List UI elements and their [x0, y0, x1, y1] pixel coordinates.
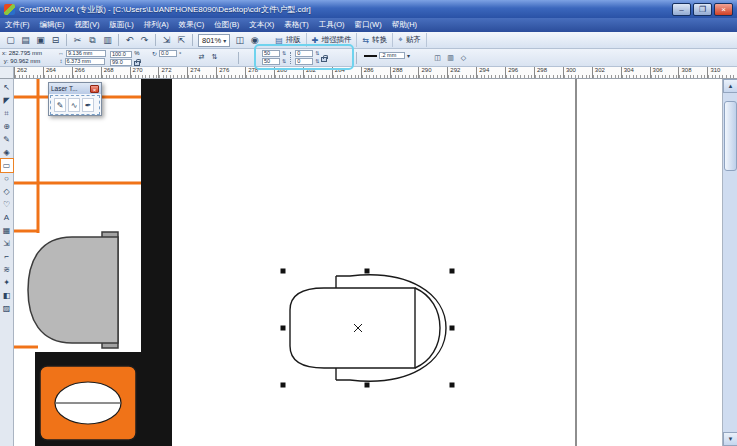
- import-icon[interactable]: ⇲: [159, 33, 174, 47]
- menu-text[interactable]: 文本(X): [244, 18, 279, 32]
- y-position-value: 90.962 mm: [10, 58, 40, 65]
- history-icon-group: ↶↷: [122, 33, 152, 47]
- freehand-pen-icon[interactable]: ✎: [54, 98, 66, 112]
- flyout-title: Laser T...: [51, 85, 90, 92]
- corner-radius-topright-field[interactable]: 0: [295, 50, 313, 57]
- menu-table[interactable]: 表格(T): [279, 18, 314, 32]
- ruler-mark: 290: [418, 67, 447, 78]
- menu-edit[interactable]: 编辑(E): [35, 18, 70, 32]
- outline-width-select[interactable]: .2 mm: [379, 52, 405, 59]
- outline-tool[interactable]: ◧: [1, 289, 13, 302]
- text-tool[interactable]: A: [1, 211, 13, 224]
- vertical-scrollbar[interactable]: ▲ ▼: [722, 79, 737, 446]
- print-icon[interactable]: ⊟: [48, 33, 63, 47]
- paste-icon[interactable]: ▥: [100, 33, 115, 47]
- menu-file[interactable]: 文件(F): [0, 18, 35, 32]
- horizontal-ruler[interactable]: 2622642662682702722742762782802822842862…: [14, 67, 737, 79]
- scroll-down-icon[interactable]: ▼: [723, 432, 737, 446]
- object-width-field[interactable]: 9.136 mm: [66, 50, 106, 57]
- redo-icon[interactable]: ↷: [137, 33, 152, 47]
- scale-v-field[interactable]: 99.0: [110, 59, 132, 66]
- spinner-icon[interactable]: ⇅: [282, 50, 286, 57]
- mirror-vertical-button[interactable]: ⇅: [209, 50, 220, 62]
- convert-to-curves-icon[interactable]: ◇: [458, 51, 469, 63]
- app-launcher-icon[interactable]: ◫: [232, 33, 247, 47]
- scroll-up-icon[interactable]: ▲: [723, 79, 737, 93]
- zoom-level-combo[interactable]: 801% ▾: [198, 34, 230, 47]
- polygon-tool[interactable]: ◇: [1, 185, 13, 198]
- minimize-button[interactable]: –: [672, 3, 691, 16]
- scrollbar-thumb[interactable]: [724, 101, 737, 171]
- width-icon: ↔: [58, 50, 64, 57]
- spinner-icon[interactable]: ⇅: [315, 50, 319, 57]
- mirror-horizontal-button[interactable]: ⇄: [196, 50, 207, 62]
- rotation-angle-field[interactable]: 0.0: [159, 50, 177, 57]
- crop-tool[interactable]: ⌗: [1, 107, 13, 120]
- docker-button-icon: ⌖: [398, 35, 403, 45]
- blend-tool[interactable]: ≋: [1, 263, 13, 276]
- ellipse-tool[interactable]: ○: [1, 172, 13, 185]
- spinner-icon[interactable]: ⇅: [282, 58, 286, 65]
- mirror-buttons: ⇄ ⇅: [196, 50, 220, 62]
- corner-radius-bottomleft-field[interactable]: 50: [262, 58, 280, 65]
- scale-h-field[interactable]: 100.0: [110, 51, 132, 58]
- artistic-media-icon[interactable]: ✒: [82, 98, 94, 112]
- floorplan-stove-symbol[interactable]: [40, 366, 136, 440]
- menu-effects[interactable]: 效果(C): [174, 18, 209, 32]
- spinner-icon[interactable]: ⇅: [315, 58, 319, 65]
- flyout-close-icon[interactable]: ×: [90, 85, 99, 93]
- cut-icon[interactable]: ✂: [70, 33, 85, 47]
- convert-docker-button[interactable]: ⇆ 转换: [357, 33, 393, 47]
- open-icon[interactable]: ▤: [18, 33, 33, 47]
- basic-shapes-tool[interactable]: ♡: [1, 198, 13, 211]
- freehand-tool[interactable]: ✎: [1, 133, 13, 146]
- bezier-pen-icon[interactable]: ∿: [68, 98, 80, 112]
- ruler-mark: 266: [72, 67, 101, 78]
- height-icon: ↕: [60, 58, 63, 65]
- menu-help[interactable]: 帮助(H): [387, 18, 422, 32]
- ruler-origin-box[interactable]: [0, 67, 14, 79]
- zoom-tool[interactable]: ⊕: [1, 120, 13, 133]
- round-corners-together-lock-icon[interactable]: [321, 57, 327, 62]
- menu-bitmaps[interactable]: 位图(B): [209, 18, 244, 32]
- undo-icon[interactable]: ↶: [122, 33, 137, 47]
- fill-tool[interactable]: ▨: [1, 302, 13, 315]
- selected-rectangle-shape[interactable]: [290, 275, 446, 381]
- export-icon[interactable]: ⇱: [174, 33, 189, 47]
- welcome-screen-icon[interactable]: ◉: [247, 33, 262, 47]
- flyout-title-bar[interactable]: Laser T... ×: [49, 83, 101, 94]
- typesetting-docker-button[interactable]: ▤ 排版: [270, 33, 307, 47]
- copy-icon[interactable]: ⧉: [85, 33, 100, 47]
- selection-handles[interactable]: [281, 269, 455, 388]
- menu-window[interactable]: 窗口(W): [350, 18, 387, 32]
- menu-view[interactable]: 视图(V): [70, 18, 105, 32]
- maximize-button[interactable]: ❐: [693, 3, 712, 16]
- lock-ratio-icon[interactable]: [134, 61, 140, 66]
- close-button[interactable]: ×: [714, 3, 733, 16]
- dimension-tool[interactable]: ⇲: [1, 237, 13, 250]
- corner-radius-bottomright-field[interactable]: 0: [295, 58, 313, 65]
- corner-radius-topleft-field[interactable]: 50: [262, 50, 280, 57]
- object-position-display: x:282.795 mm y:90.962 mm: [2, 50, 42, 65]
- save-icon[interactable]: ▣: [33, 33, 48, 47]
- menu-arrange[interactable]: 排列(A): [139, 18, 174, 32]
- menu-tools[interactable]: 工具(O): [314, 18, 350, 32]
- rectangle-tool[interactable]: ▭: [1, 159, 13, 172]
- pick-tool[interactable]: ↖: [1, 81, 13, 94]
- table-tool[interactable]: ▦: [1, 224, 13, 237]
- drawing-canvas[interactable]: Laser T... × ✎∿✒: [14, 79, 722, 446]
- snap-docker-button[interactable]: ⌖ 贴齐: [393, 33, 427, 47]
- new-icon[interactable]: ▢: [3, 33, 18, 47]
- object-height-field[interactable]: 6.373 mm: [65, 58, 105, 65]
- shape-tool[interactable]: ◤: [1, 94, 13, 107]
- ruler-mark: 264: [43, 67, 72, 78]
- menu-layout[interactable]: 版面(L): [105, 18, 139, 32]
- floorplan-toilet-symbol[interactable]: [28, 232, 118, 348]
- to-front-icon[interactable]: ▥: [445, 51, 456, 63]
- text-wrap-icon[interactable]: ◫: [432, 51, 443, 63]
- percent-label: %: [134, 50, 139, 56]
- plugins-docker-button[interactable]: ✚ 增强插件: [307, 33, 358, 47]
- smart-fill-tool[interactable]: ◈: [1, 146, 13, 159]
- eyedropper-tool[interactable]: ✦: [1, 276, 13, 289]
- connector-tool[interactable]: ⌐: [1, 250, 13, 263]
